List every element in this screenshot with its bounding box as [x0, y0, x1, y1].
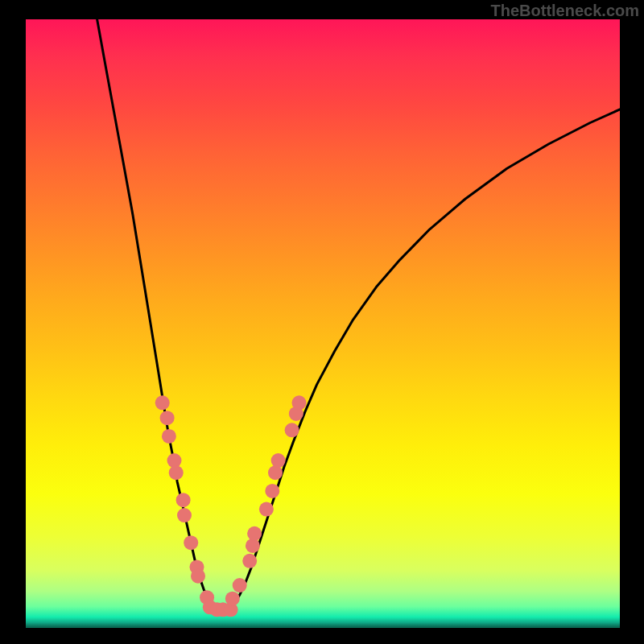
plot-area [26, 19, 620, 628]
attribution-watermark: TheBottleneck.com [491, 2, 639, 20]
chart-root: TheBottleneck.com [0, 0, 644, 644]
